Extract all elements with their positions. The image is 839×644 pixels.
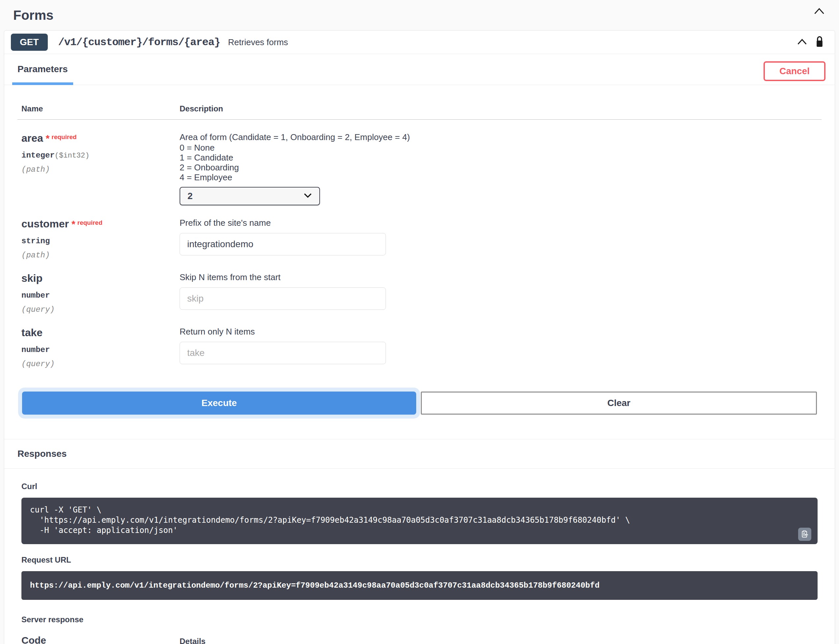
tab-parameters[interactable]: Parameters — [12, 64, 73, 85]
param-location: (query) — [21, 360, 180, 368]
tag-header[interactable]: Forms — [0, 0, 839, 30]
cancel-button[interactable]: Cancel — [763, 61, 826, 81]
name-column-header: Name — [21, 104, 180, 113]
param-name: take — [21, 327, 43, 338]
param-description-line: 1 = Candidate — [180, 153, 410, 163]
server-response-label: Server response — [18, 615, 821, 624]
parameters-section: Name Description area*required integer($… — [4, 85, 835, 415]
param-row-take: take number (query) Return only N items — [18, 314, 821, 368]
method-badge: GET — [11, 34, 48, 51]
copy-to-clipboard-icon — [800, 530, 809, 539]
tab-row: Parameters Cancel — [4, 54, 835, 85]
operation-block: GET /v1/{customer}/forms/{area} Retrieve… — [4, 30, 835, 644]
request-url-value: https://api.emply.com/v1/integrationdemo… — [21, 571, 818, 600]
required-star: * — [46, 133, 50, 144]
param-row-customer: customer*required string (path) Prefix o… — [18, 205, 821, 260]
area-select-value: 2 — [187, 191, 193, 201]
param-location: (path) — [21, 251, 180, 260]
operation-path: /v1/{customer}/forms/{area} — [58, 36, 220, 48]
parameters-table-header: Name Description — [18, 85, 821, 120]
description-column-header: Description — [180, 104, 223, 113]
param-name: customer — [21, 218, 69, 230]
param-description-line: 0 = None — [180, 143, 410, 153]
param-name: area — [21, 132, 43, 144]
clear-button[interactable]: Clear — [421, 391, 817, 415]
responses-inner: Curl curl -X 'GET' \ 'https://api.emply.… — [4, 468, 835, 644]
curl-block: curl -X 'GET' \ 'https://api.emply.com/v… — [21, 498, 818, 544]
param-type: integer($int32) — [21, 151, 180, 160]
copy-to-clipboard-button[interactable] — [798, 527, 811, 541]
request-url-label: Request URL — [18, 555, 821, 565]
param-row-skip: skip number (query) Skip N items from th… — [18, 260, 821, 314]
param-format: ($int32) — [55, 151, 90, 160]
responses-title: Responses — [4, 439, 835, 468]
param-type: number — [21, 345, 180, 354]
lock-icon — [815, 36, 824, 49]
required-label: required — [77, 219, 102, 227]
param-location: (path) — [21, 165, 180, 174]
authorization-button[interactable] — [815, 36, 824, 49]
param-description-line: 2 = Onboarding — [180, 163, 410, 172]
skip-input[interactable] — [180, 288, 386, 310]
area-select[interactable]: 2 — [180, 187, 320, 205]
param-description-line: Return only N items — [180, 327, 386, 337]
param-type: string — [21, 237, 180, 246]
server-response-table-header: Code Details — [18, 635, 821, 644]
param-description-line: Area of form (Candidate = 1, Onboarding … — [180, 132, 410, 142]
param-location: (query) — [21, 305, 180, 314]
code-column-header: Code — [21, 635, 180, 644]
param-description-line: Skip N items from the start — [180, 272, 386, 282]
param-type: number — [21, 291, 180, 300]
customer-input[interactable] — [180, 233, 386, 255]
operation-summary[interactable]: GET /v1/{customer}/forms/{area} Retrieve… — [4, 31, 835, 54]
details-column-header: Details — [180, 637, 206, 644]
operation-summary-text: Retrieves forms — [228, 37, 288, 48]
operation-collapse-button[interactable] — [796, 38, 808, 46]
param-name: skip — [21, 272, 43, 284]
execute-button[interactable]: Execute — [22, 391, 416, 415]
required-star: * — [72, 219, 76, 229]
curl-command: curl -X 'GET' \ 'https://api.emply.com/v… — [30, 505, 809, 536]
execute-row: Execute Clear — [22, 391, 817, 415]
param-row-area: area*required integer($int32) (path) Are… — [18, 120, 821, 205]
param-description-line: Prefix of the site's name — [180, 218, 386, 228]
page-title: Forms — [13, 7, 53, 23]
chevron-up-icon — [813, 7, 825, 16]
param-description-line: 4 = Employee — [180, 172, 410, 182]
required-label: required — [52, 133, 77, 141]
chevron-up-icon — [796, 38, 808, 46]
take-input[interactable] — [180, 342, 386, 364]
chevron-down-icon — [303, 192, 313, 200]
curl-label: Curl — [18, 482, 821, 491]
tag-collapse-button[interactable] — [813, 7, 825, 16]
responses-section: Responses Curl curl -X 'GET' \ 'https://… — [4, 439, 835, 644]
